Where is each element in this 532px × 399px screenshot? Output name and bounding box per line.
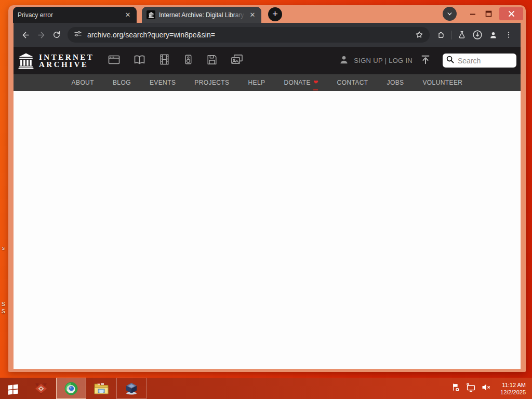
- site-settings-icon[interactable]: [74, 30, 82, 40]
- texts-media-icon[interactable]: [133, 54, 146, 68]
- extensions-icon[interactable]: [433, 27, 448, 43]
- clock-date: 12/2/2025: [500, 389, 526, 396]
- start-button[interactable]: [0, 378, 26, 399]
- internet-archive-favicon-icon: [147, 10, 155, 19]
- logo-text-line2: ARCHIVE: [39, 61, 94, 68]
- browser-window: Privacy error ✕ Internet Archive: Digita…: [8, 5, 526, 372]
- desktop-icon-label-fragment: S: [2, 309, 5, 314]
- nav-volunteer[interactable]: VOLUNTEER: [422, 79, 462, 86]
- nav-blog[interactable]: BLOG: [113, 79, 131, 86]
- desktop-icon-label-fragment: s: [2, 246, 5, 251]
- images-media-icon[interactable]: [230, 54, 243, 68]
- taskbar-clock[interactable]: 11:12 AM 12/2/2025: [500, 381, 526, 396]
- user-person-icon: [338, 54, 350, 68]
- reload-button[interactable]: [49, 27, 64, 43]
- nav-about[interactable]: ABOUT: [72, 79, 94, 86]
- taskbar-origami-app-icon[interactable]: [26, 378, 56, 399]
- tab-title: Privacy error: [18, 11, 121, 19]
- upload-icon[interactable]: [420, 54, 431, 68]
- page-content-blank: [14, 91, 521, 369]
- downloads-icon[interactable]: [470, 27, 485, 43]
- menu-kebab-icon[interactable]: [501, 27, 516, 43]
- tab-close-icon[interactable]: ✕: [124, 11, 132, 19]
- tab-title: Internet Archive: Digital Library: [159, 11, 245, 19]
- url-text[interactable]: archive.org/search?query=win8pe&sin=: [87, 31, 411, 39]
- video-media-icon[interactable]: [158, 54, 170, 68]
- tab-search-chevron-icon[interactable]: [443, 7, 457, 21]
- desktop-icon-label-fragment: S: [2, 302, 5, 307]
- taskbar-virtualbox-icon[interactable]: [116, 378, 147, 399]
- ia-search-input[interactable]: [457, 56, 514, 65]
- browser-titlebar[interactable]: Privacy error ✕ Internet Archive: Digita…: [8, 5, 526, 23]
- internet-archive-logo[interactable]: INTERNET ARCHIVE: [18, 52, 94, 69]
- action-center-flag-icon[interactable]: [451, 382, 461, 394]
- address-bar[interactable]: archive.org/search?query=win8pe&sin=: [68, 27, 430, 43]
- internet-archive-header: INTERNET ARCHIVE: [14, 47, 521, 74]
- new-tab-button[interactable]: +: [268, 7, 282, 21]
- taskbar-browser-icon[interactable]: [56, 378, 86, 399]
- toolbar-divider: [451, 31, 451, 39]
- back-button[interactable]: [18, 27, 33, 43]
- heart-underline: [313, 89, 318, 90]
- ia-search-box[interactable]: [443, 54, 516, 68]
- nav-donate[interactable]: DONATE ❤: [284, 79, 318, 86]
- tab-privacy-error[interactable]: Privacy error ✕: [13, 7, 137, 23]
- maximize-button[interactable]: [481, 8, 496, 20]
- nav-projects[interactable]: PROJECTS: [194, 79, 229, 86]
- signup-login-link[interactable]: SIGN UP | LOG IN: [354, 57, 413, 64]
- search-icon: [446, 55, 455, 66]
- forward-button[interactable]: [33, 27, 49, 43]
- web-media-icon[interactable]: [108, 54, 121, 68]
- nav-contact[interactable]: CONTACT: [337, 79, 368, 86]
- taskbar: 11:12 AM 12/2/2025: [0, 378, 532, 399]
- ia-nav-bar: ABOUT BLOG EVENTS PROJECTS HELP DONATE ❤…: [14, 74, 521, 91]
- close-button[interactable]: [499, 7, 523, 20]
- labs-flask-icon[interactable]: [454, 27, 470, 43]
- volume-muted-icon[interactable]: [481, 382, 491, 394]
- software-media-icon[interactable]: [206, 54, 218, 68]
- clock-time: 11:12 AM: [500, 381, 526, 389]
- bookmark-star-icon[interactable]: [411, 27, 427, 43]
- minimize-button[interactable]: [465, 8, 481, 20]
- heart-icon: ❤: [313, 79, 318, 85]
- tab-close-icon[interactable]: ✕: [248, 11, 257, 19]
- logo-text-line1: INTERNET: [39, 54, 94, 61]
- profile-icon[interactable]: [485, 27, 501, 43]
- nav-events[interactable]: EVENTS: [150, 79, 176, 86]
- audio-media-icon[interactable]: [183, 54, 194, 68]
- browser-toolbar: archive.org/search?query=win8pe&sin=: [14, 23, 521, 47]
- network-status-icon[interactable]: [466, 382, 476, 394]
- tab-internet-archive[interactable]: Internet Archive: Digital Library ✕: [142, 7, 261, 23]
- nav-jobs[interactable]: JOBS: [387, 79, 404, 86]
- taskbar-file-explorer-icon[interactable]: [86, 378, 116, 399]
- internet-archive-building-icon: [18, 52, 34, 69]
- nav-help[interactable]: HELP: [248, 79, 265, 86]
